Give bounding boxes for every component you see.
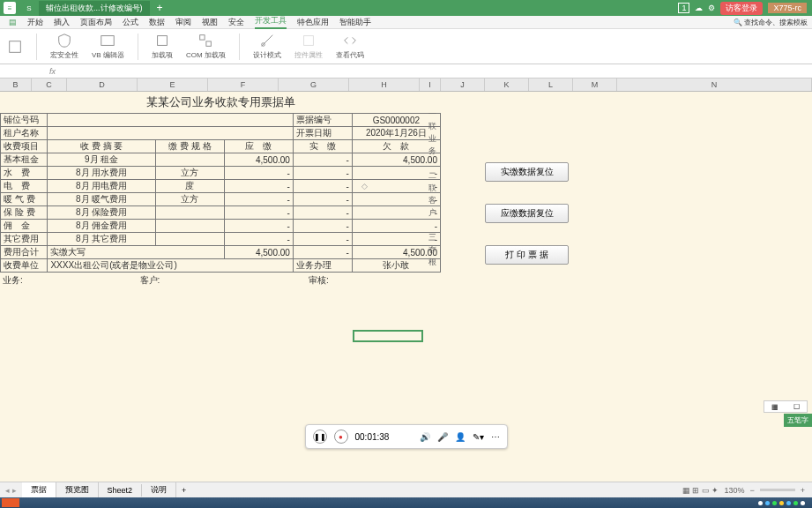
menu-ai[interactable]: 智能助手 — [339, 17, 371, 28]
ribbon-view-code[interactable]: 查看代码 — [336, 33, 364, 60]
cell-summary[interactable]: 8月 暖气费用 — [48, 193, 156, 206]
cell-item[interactable]: 水 费 — [1, 167, 48, 180]
cell-item[interactable]: 暖 气 费 — [1, 193, 48, 206]
cell-spec[interactable] — [155, 206, 224, 220]
cell-summary[interactable]: 8月 其它费用 — [48, 233, 156, 246]
ribbon-macro-security[interactable]: 宏安全性 — [50, 33, 78, 60]
search-hint[interactable]: 🔍 查找命令、搜索模板 — [734, 18, 808, 27]
tray-icons[interactable] — [758, 501, 812, 505]
zoom-in[interactable]: + — [801, 486, 805, 495]
cell-item[interactable]: 电 费 — [1, 180, 48, 193]
reset-due-button[interactable]: 应缴数据复位 — [485, 204, 569, 223]
tab-notes[interactable]: 说明 — [142, 482, 176, 497]
cell-spec[interactable] — [155, 220, 224, 233]
float-icon-1[interactable]: ▦ — [771, 403, 778, 411]
new-tab-button[interactable]: + — [157, 2, 163, 14]
cell-spec[interactable] — [155, 233, 224, 246]
cam-icon[interactable]: 👤 — [455, 432, 466, 442]
float-icon-2[interactable]: ☐ — [793, 403, 800, 411]
ribbon-vb-editor[interactable]: VB 编辑器 — [92, 33, 124, 60]
cell-due[interactable]: 4,500.00 — [224, 153, 293, 167]
col-j[interactable]: J — [441, 78, 485, 91]
record-button[interactable]: ● — [334, 430, 348, 444]
col-g[interactable]: G — [279, 78, 349, 91]
tab-receipt[interactable]: 票据 — [22, 482, 56, 497]
menu-layout[interactable]: 页面布局 — [80, 17, 112, 28]
more-icon[interactable]: ⋯ — [491, 432, 500, 442]
menu-formula[interactable]: 公式 — [123, 17, 138, 28]
menu-data[interactable]: 数据 — [149, 17, 165, 28]
zoom-out[interactable]: − — [749, 486, 754, 495]
cell-paid[interactable]: - — [293, 220, 352, 233]
cell-paid[interactable]: - — [293, 180, 352, 193]
cell-item[interactable]: 佣 金 — [1, 220, 48, 233]
tab-nav[interactable]: ◂ ▸ — [0, 486, 22, 495]
cell-summary[interactable]: 8月 保险费用 — [48, 206, 156, 220]
menu-dev[interactable]: 开发工具 — [255, 15, 287, 29]
wps-icon[interactable] — [2, 498, 19, 507]
ribbon-save[interactable] — [7, 39, 23, 55]
cell-spec[interactable]: 立方 — [155, 167, 224, 180]
cell-paid[interactable]: - — [293, 233, 352, 246]
cell-summary[interactable]: 9月 租金 — [48, 153, 156, 167]
app-menu-icon[interactable]: ≡ — [4, 2, 16, 14]
col-c[interactable]: C — [32, 78, 67, 91]
gear-icon[interactable]: ⚙ — [708, 4, 715, 12]
cell-summary[interactable]: 8月 用电费用 — [48, 180, 156, 193]
cell-due[interactable]: - — [224, 167, 293, 180]
cell-due[interactable]: - — [224, 206, 293, 220]
cell-paid[interactable]: - — [293, 206, 352, 220]
menu-file-icon[interactable]: ▤ — [9, 18, 17, 26]
view-icons[interactable]: ▦ ⊞ ▭ ✦ — [682, 486, 719, 495]
reset-paid-button[interactable]: 实缴数据复位 — [485, 162, 569, 182]
cell-spec[interactable]: 立方 — [155, 193, 224, 206]
mic-icon[interactable]: 🎤 — [437, 432, 448, 442]
col-b[interactable]: B — [0, 78, 32, 91]
recorder-bar[interactable]: ❚❚ ● 00:01:38 🔊 🎤 👤 ✎▾ ⋯ — [305, 424, 508, 449]
cell-paid[interactable]: - — [293, 193, 352, 206]
cell-due[interactable]: - — [224, 180, 293, 193]
pen-icon[interactable]: ✎▾ — [473, 432, 484, 442]
cell-summary[interactable]: 8月 佣金费用 — [48, 220, 156, 233]
add-sheet-button[interactable]: + — [176, 486, 191, 495]
col-h[interactable]: H — [349, 78, 420, 91]
sheet-area[interactable]: 某某公司业务收款专用票据单 铺位号码 票据编号 GS0000002 租户名称 开… — [0, 92, 812, 475]
tab-sheet2[interactable]: Sheet2 — [99, 484, 143, 497]
ribbon-design-mode[interactable]: 设计模式 — [253, 33, 281, 60]
selected-cell[interactable] — [353, 330, 423, 342]
file-tab[interactable]: 辅位出租收款...计修改编号) — [39, 1, 150, 16]
vol-icon[interactable]: 🔊 — [420, 432, 430, 442]
val-booth[interactable] — [48, 114, 293, 127]
val-tenant[interactable] — [48, 127, 293, 140]
cell-paid[interactable]: - — [293, 167, 352, 180]
col-m[interactable]: M — [573, 78, 617, 91]
col-e[interactable]: E — [138, 78, 208, 91]
menu-start[interactable]: 开始 — [27, 17, 43, 28]
col-k[interactable]: K — [485, 78, 529, 91]
col-d[interactable]: D — [67, 78, 138, 91]
tab-preview[interactable]: 预览图 — [56, 482, 99, 497]
float-toolbar[interactable]: ▦ ☐ — [764, 400, 808, 413]
ribbon-addin[interactable]: 加载项 — [152, 33, 173, 60]
col-l[interactable]: L — [529, 78, 573, 91]
cloud-icon[interactable]: ☁ — [695, 4, 703, 12]
ribbon-com-addin[interactable]: COM 加载项 — [186, 33, 226, 60]
cell-paid[interactable]: - — [293, 153, 352, 167]
col-i[interactable]: I — [420, 78, 441, 91]
col-f[interactable]: F — [208, 78, 279, 91]
print-button[interactable]: 打 印 票 据 — [485, 245, 569, 265]
menu-view[interactable]: 视图 — [202, 17, 218, 28]
pause-button[interactable]: ❚❚ — [313, 430, 327, 444]
notif-count[interactable]: 1 — [678, 3, 689, 13]
menu-special[interactable]: 特色应用 — [297, 17, 329, 28]
zoom-slider[interactable] — [760, 489, 795, 491]
cell-summary[interactable]: 8月 用水费用 — [48, 167, 156, 180]
cell-spec[interactable] — [155, 153, 224, 167]
cell-due[interactable]: - — [224, 233, 293, 246]
menu-security[interactable]: 安全 — [228, 17, 244, 28]
cell-spec[interactable]: 度 — [155, 180, 224, 193]
fx-icon[interactable]: fx — [44, 67, 61, 76]
menu-review[interactable]: 审阅 — [175, 17, 191, 28]
menu-insert[interactable]: 插入 — [54, 17, 70, 28]
cell-item[interactable]: 基本租金 — [1, 153, 48, 167]
